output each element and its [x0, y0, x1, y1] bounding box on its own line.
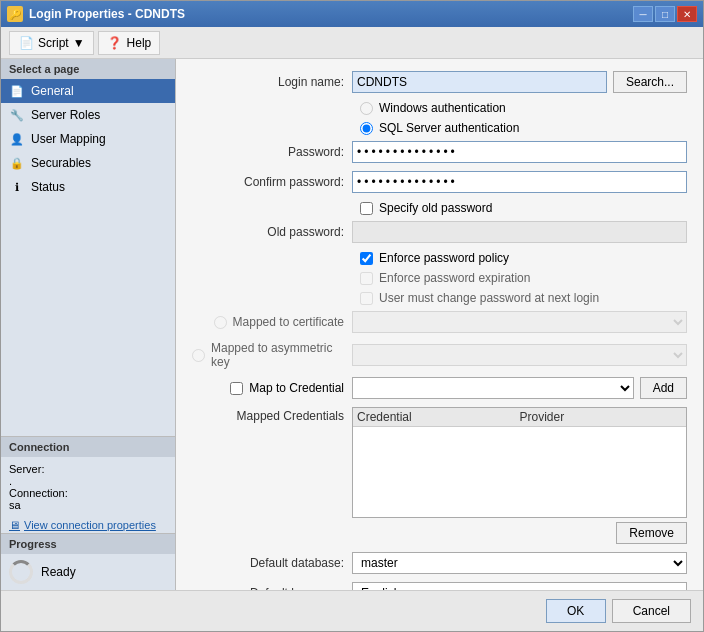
script-label: Script — [38, 36, 69, 50]
main-window: 🔑 Login Properties - CDNDTS ─ □ ✕ 📄 Scri… — [0, 0, 704, 632]
sidebar-item-securables-label: Securables — [31, 156, 91, 170]
connection-section-title: Connection — [1, 437, 175, 457]
sidebar-item-general[interactable]: 📄 General — [1, 79, 175, 103]
securables-icon: 🔒 — [9, 155, 25, 171]
script-dropdown-icon: ▼ — [73, 36, 85, 50]
progress-content: Ready — [1, 554, 175, 590]
mapped-to-key-label: Mapped to asymmetric key — [211, 341, 344, 369]
windows-auth-radio[interactable] — [360, 102, 373, 115]
specify-old-password-label: Specify old password — [379, 201, 492, 215]
script-icon: 📄 — [18, 35, 34, 51]
sql-auth-radio[interactable] — [360, 122, 373, 135]
mapped-to-key-row: Mapped to asymmetric key — [192, 341, 687, 369]
mapped-credentials-label: Mapped Credentials — [192, 407, 352, 423]
default-language-dropdown[interactable]: English French German Spanish — [352, 582, 687, 590]
minimize-button[interactable]: ─ — [633, 6, 653, 22]
footer: OK Cancel — [1, 590, 703, 631]
confirm-password-row: Confirm password: — [192, 171, 687, 193]
general-icon: 📄 — [9, 83, 25, 99]
remove-button[interactable]: Remove — [616, 522, 687, 544]
mapped-to-cert-row: Mapped to certificate — [192, 311, 687, 333]
mapped-to-cert-radio[interactable] — [214, 316, 227, 329]
close-button[interactable]: ✕ — [677, 6, 697, 22]
credential-col-header: Credential — [357, 410, 520, 424]
enforce-policy-label: Enforce password policy — [379, 251, 509, 265]
default-database-dropdown[interactable]: master tempdb model msdb — [352, 552, 687, 574]
specify-old-password-row: Specify old password — [192, 201, 687, 215]
title-bar-buttons: ─ □ ✕ — [633, 6, 697, 22]
user-must-change-row: User must change password at next login — [192, 291, 687, 305]
search-button[interactable]: Search... — [613, 71, 687, 93]
server-value: . — [9, 475, 167, 487]
help-icon: ❓ — [107, 35, 123, 51]
login-name-label: Login name: — [192, 75, 352, 89]
old-password-input[interactable] — [352, 221, 687, 243]
server-label: Server: — [9, 463, 167, 475]
cancel-button[interactable]: Cancel — [612, 599, 691, 623]
server-roles-icon: 🔧 — [9, 107, 25, 123]
login-name-row: Login name: Search... — [192, 71, 687, 93]
maximize-button[interactable]: □ — [655, 6, 675, 22]
sidebar-item-general-label: General — [31, 84, 74, 98]
user-must-change-label: User must change password at next login — [379, 291, 599, 305]
connection-label-text: Connection: — [9, 487, 68, 499]
map-to-credential-label: Map to Credential — [249, 381, 344, 395]
map-to-credential-checkbox[interactable] — [230, 382, 243, 395]
enforce-expiration-row: Enforce password expiration — [192, 271, 687, 285]
confirm-password-label: Confirm password: — [192, 175, 352, 189]
windows-auth-label: Windows authentication — [379, 101, 506, 115]
toolbar: 📄 Script ▼ ❓ Help — [1, 27, 703, 59]
sidebar-item-user-mapping-label: User Mapping — [31, 132, 106, 146]
status-icon: ℹ — [9, 179, 25, 195]
default-database-label: Default database: — [192, 556, 352, 570]
login-name-input[interactable] — [352, 71, 607, 93]
content-area: Select a page 📄 General 🔧 Server Roles 👤… — [1, 59, 703, 590]
window-icon: 🔑 — [7, 6, 23, 22]
enforce-policy-row: Enforce password policy — [192, 251, 687, 265]
password-input[interactable] — [352, 141, 687, 163]
confirm-password-input[interactable] — [352, 171, 687, 193]
enforce-expiration-label: Enforce password expiration — [379, 271, 530, 285]
mapped-to-cert-label: Mapped to certificate — [233, 315, 344, 329]
mapped-to-key-radio[interactable] — [192, 349, 205, 362]
mapped-to-key-dropdown[interactable] — [352, 344, 687, 366]
connection-section: Connection Server: . Connection: sa 🖥 Vi… — [1, 436, 175, 533]
connection-link-icon: 🖥 — [9, 519, 20, 531]
select-page-label: Select a page — [1, 59, 175, 79]
connection-label: Connection: — [9, 487, 167, 499]
windows-auth-row: Windows authentication — [192, 101, 687, 115]
default-language-row: Default language: English French German … — [192, 582, 687, 590]
enforce-policy-checkbox[interactable] — [360, 252, 373, 265]
sidebar-item-status-label: Status — [31, 180, 65, 194]
specify-old-password-checkbox[interactable] — [360, 202, 373, 215]
connection-value: sa — [9, 499, 167, 511]
enforce-expiration-checkbox[interactable] — [360, 272, 373, 285]
main-form: Login name: Search... Windows authentica… — [176, 59, 703, 590]
user-must-change-checkbox[interactable] — [360, 292, 373, 305]
sidebar-item-user-mapping[interactable]: 👤 User Mapping — [1, 127, 175, 151]
script-button[interactable]: 📄 Script ▼ — [9, 31, 94, 55]
ok-button[interactable]: OK — [546, 599, 606, 623]
credentials-table: Credential Provider — [352, 407, 687, 518]
old-password-label: Old password: — [192, 225, 352, 239]
help-button[interactable]: ❓ Help — [98, 31, 161, 55]
server-label-text: Server: — [9, 463, 44, 475]
title-bar: 🔑 Login Properties - CDNDTS ─ □ ✕ — [1, 1, 703, 27]
view-connection-properties-label: View connection properties — [24, 519, 156, 531]
map-to-credential-dropdown[interactable] — [352, 377, 634, 399]
add-credential-button[interactable]: Add — [640, 377, 687, 399]
progress-section: Progress Ready — [1, 533, 175, 590]
progress-spinner — [9, 560, 33, 584]
default-database-row: Default database: master tempdb model ms… — [192, 552, 687, 574]
progress-status: Ready — [41, 565, 76, 579]
mapped-to-cert-dropdown[interactable] — [352, 311, 687, 333]
sidebar-item-status[interactable]: ℹ Status — [1, 175, 175, 199]
window-title: Login Properties - CDNDTS — [29, 7, 185, 21]
sidebar-item-securables[interactable]: 🔒 Securables — [1, 151, 175, 175]
provider-col-header: Provider — [520, 410, 683, 424]
map-to-credential-row: Map to Credential Add — [192, 377, 687, 399]
view-connection-properties-link[interactable]: 🖥 View connection properties — [1, 517, 175, 533]
sidebar-item-server-roles[interactable]: 🔧 Server Roles — [1, 103, 175, 127]
credentials-header: Credential Provider — [353, 408, 686, 427]
credentials-body — [353, 427, 686, 517]
